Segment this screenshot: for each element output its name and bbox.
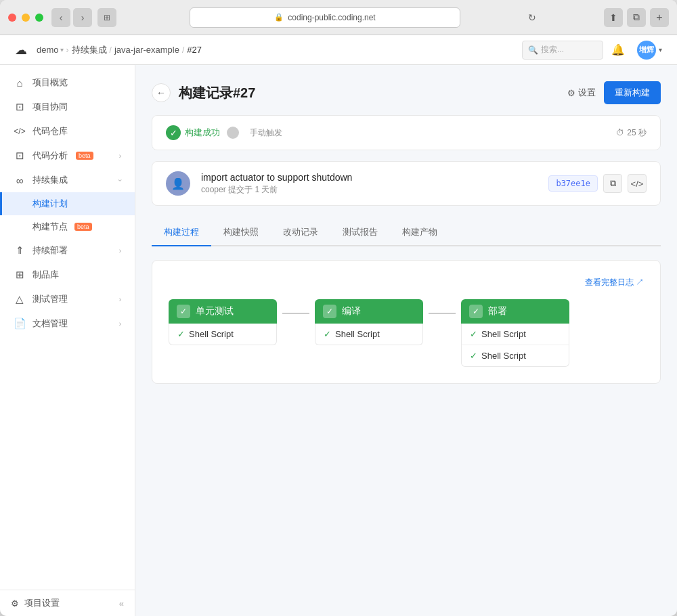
stage-unit-test-body: ✓ Shell Script bbox=[169, 324, 277, 345]
sidebar-footer[interactable]: ⚙ 项目设置 « bbox=[0, 590, 135, 616]
commit-info: import actuator to support shutdown coop… bbox=[201, 172, 538, 196]
docs-arrow-icon: › bbox=[119, 320, 121, 328]
refresh-button[interactable]: ↻ bbox=[523, 8, 542, 27]
tab-snapshot[interactable]: 构建快照 bbox=[211, 219, 271, 246]
stage-deploy-header: ✓ 部署 bbox=[461, 299, 569, 324]
forward-nav-button[interactable]: › bbox=[73, 8, 92, 27]
titlebar: ‹ › ⊞ 🔒 coding-public.coding.net ↻ ⬆ ⧉ + bbox=[0, 0, 677, 35]
tab-changes-label: 改动记录 bbox=[283, 227, 318, 237]
app-logo: ☁ bbox=[11, 40, 31, 60]
connector-line-2 bbox=[429, 313, 456, 314]
stage-unit-test-step-label-0: Shell Script bbox=[189, 329, 234, 339]
tabs-bar: 构建过程 构建快照 改动记录 测试报告 构建产物 bbox=[152, 219, 661, 246]
search-box[interactable]: 🔍 搜索... bbox=[522, 41, 603, 60]
titlebar-right: ⬆ ⧉ + bbox=[604, 8, 669, 27]
commit-author: cooper bbox=[201, 185, 226, 194]
sidebar-item-build-node[interactable]: 构建节点 beta bbox=[0, 215, 135, 238]
copy-hash-button[interactable]: ⧉ bbox=[603, 174, 622, 193]
stage-deploy-check-icon: ✓ bbox=[469, 305, 483, 318]
tabs-button[interactable]: ⧉ bbox=[627, 8, 646, 27]
search-placeholder: 搜索... bbox=[541, 44, 564, 56]
commit-hash[interactable]: b37ee1e bbox=[548, 175, 598, 192]
sidebar-item-artifacts[interactable]: ⊞ 制品库 bbox=[0, 263, 135, 287]
sidebar-item-ci[interactable]: ∞ 持续集成 › bbox=[0, 168, 135, 192]
breadcrumb-sep-3: / bbox=[182, 45, 184, 55]
step-check-deploy-1: ✓ bbox=[470, 351, 477, 361]
org-dropdown-icon: ▾ bbox=[60, 46, 64, 53]
deploy-icon: ⇑ bbox=[14, 244, 26, 257]
rebuild-button[interactable]: 重新构建 bbox=[604, 81, 661, 104]
sidebar-label-build-plan: 构建计划 bbox=[32, 198, 68, 210]
stage-deploy-step-0[interactable]: ✓ Shell Script bbox=[462, 324, 569, 345]
sidebar-item-deploy[interactable]: ⇑ 持续部署 › bbox=[0, 238, 135, 263]
status-badge: ✓ 构建成功 手动触发 bbox=[166, 125, 282, 140]
tab-snapshot-label: 构建快照 bbox=[223, 227, 259, 237]
sidebar-label-analysis: 代码分析 bbox=[32, 150, 68, 162]
main-content: ← 构建记录#27 ⚙ 设置 重新构建 ✓ 构建成功 bbox=[135, 65, 677, 616]
tab-changes[interactable]: 改动记录 bbox=[271, 219, 330, 246]
commit-card: 👤 import actuator to support shutdown co… bbox=[152, 161, 661, 206]
sidebar-item-testing[interactable]: △ 测试管理 › bbox=[0, 287, 135, 311]
commit-time: 提交于 1 天前 bbox=[228, 185, 278, 194]
tab-process[interactable]: 构建过程 bbox=[152, 219, 211, 246]
commit-author-avatar: 👤 bbox=[166, 171, 190, 196]
sidebar-item-code[interactable]: </> 代码仓库 bbox=[0, 119, 135, 144]
stage-unit-test-check-icon: ✓ bbox=[177, 305, 190, 318]
address-bar[interactable]: 🔒 coding-public.coding.net bbox=[190, 7, 460, 28]
view-logs-link[interactable]: 查看完整日志 ↗ bbox=[585, 277, 644, 288]
user-dropdown-icon: ▾ bbox=[659, 46, 662, 53]
stage-unit-test-header: ✓ 单元测试 bbox=[169, 299, 277, 324]
sidebar-item-docs[interactable]: 📄 文档管理 › bbox=[0, 311, 135, 336]
sidebar-item-collab[interactable]: ⊡ 项目协同 bbox=[0, 95, 135, 119]
user-menu-button[interactable]: 增辉 ▾ bbox=[633, 38, 666, 62]
sidebar-label-build-node: 构建节点 bbox=[32, 221, 68, 233]
clock-icon: ⏱ bbox=[616, 128, 624, 137]
stage-deploy-step-1[interactable]: ✓ Shell Script bbox=[462, 345, 569, 366]
sidebar-label-testing: 测试管理 bbox=[32, 293, 68, 305]
section-breadcrumb[interactable]: 持续集成 bbox=[72, 44, 107, 56]
layout-button[interactable]: ⊞ bbox=[97, 8, 116, 27]
connector-1 bbox=[277, 313, 315, 314]
close-button[interactable] bbox=[8, 14, 16, 22]
sidebar-label-docs: 文档管理 bbox=[32, 317, 68, 330]
view-code-button[interactable]: </> bbox=[628, 174, 647, 193]
back-button[interactable]: ← bbox=[152, 83, 171, 102]
sidebar-label-deploy: 持续部署 bbox=[32, 244, 68, 257]
maximize-button[interactable] bbox=[35, 14, 43, 22]
settings-gear-icon: ⚙ bbox=[11, 598, 19, 609]
app-layout: ☁ demo ▾ › 持续集成 / java-jar-example / #27… bbox=[0, 35, 677, 616]
stage-unit-test-step-0[interactable]: ✓ Shell Script bbox=[169, 324, 276, 345]
connector-2 bbox=[423, 313, 461, 314]
home-icon: ⌂ bbox=[14, 77, 26, 89]
org-breadcrumb[interactable]: demo ▾ bbox=[37, 45, 64, 55]
share-button[interactable]: ⬆ bbox=[604, 8, 623, 27]
build-node-beta-badge: beta bbox=[74, 223, 92, 231]
breadcrumb-sep-2: / bbox=[110, 45, 112, 55]
stage-compile-step-0[interactable]: ✓ Shell Script bbox=[315, 324, 422, 345]
stage-compile-label: 编译 bbox=[342, 305, 361, 317]
notification-bell[interactable]: 🔔 bbox=[611, 43, 625, 56]
settings-button[interactable]: ⚙ 设置 bbox=[567, 87, 596, 99]
sidebar-collapse-icon[interactable]: « bbox=[119, 598, 124, 609]
back-nav-button[interactable]: ‹ bbox=[51, 8, 70, 27]
view-logs-container: 查看完整日志 ↗ bbox=[169, 277, 644, 288]
sidebar-item-analysis[interactable]: ⊡ 代码分析 beta › bbox=[0, 144, 135, 168]
settings-label: 设置 bbox=[578, 87, 596, 99]
step-check-icon-0: ✓ bbox=[177, 329, 185, 339]
stage-deploy-label: 部署 bbox=[488, 305, 507, 317]
analysis-icon: ⊡ bbox=[14, 150, 26, 162]
new-tab-button[interactable]: + bbox=[650, 8, 669, 27]
minimize-button[interactable] bbox=[22, 14, 30, 22]
sidebar-item-overview[interactable]: ⌂ 项目概览 bbox=[0, 70, 135, 95]
testing-icon: △ bbox=[14, 293, 26, 305]
stage-compile-check-icon: ✓ bbox=[323, 305, 336, 318]
project-breadcrumb[interactable]: java-jar-example bbox=[114, 45, 179, 55]
build-breadcrumb: #27 bbox=[187, 45, 202, 55]
tab-test-report[interactable]: 测试报告 bbox=[330, 219, 390, 246]
tab-artifacts[interactable]: 构建产物 bbox=[390, 219, 450, 246]
build-time: ⏱ 25 秒 bbox=[616, 127, 647, 139]
tab-process-label: 构建过程 bbox=[164, 227, 199, 237]
sidebar-item-build-plan[interactable]: 构建计划 bbox=[0, 192, 135, 215]
commit-message: import actuator to support shutdown bbox=[201, 172, 538, 183]
step-check-compile-0: ✓ bbox=[324, 329, 331, 339]
